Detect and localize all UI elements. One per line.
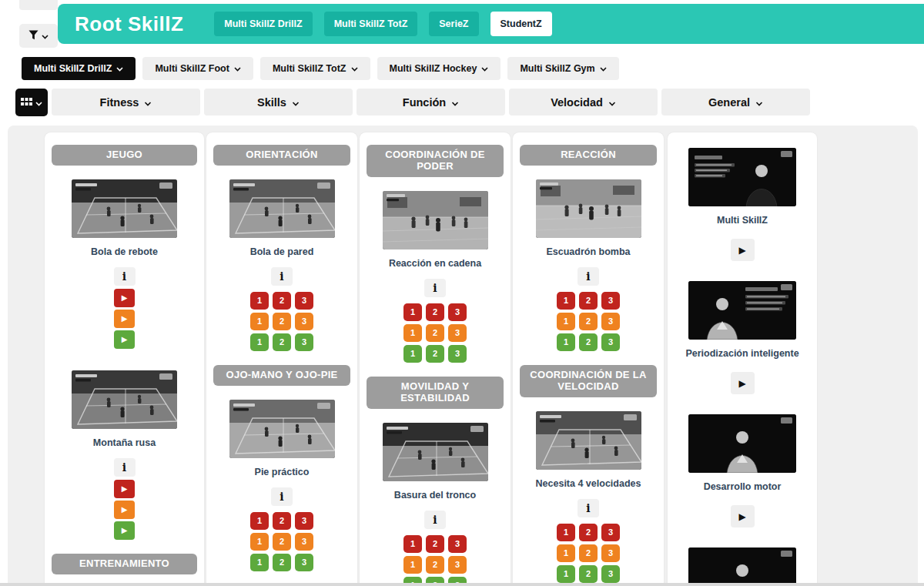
level-button-3[interactable]: 3: [295, 512, 313, 530]
level-button-2[interactable]: 2: [426, 324, 444, 342]
level-button-2[interactable]: 2: [426, 577, 444, 583]
level-button-1[interactable]: 1: [557, 333, 575, 351]
level-button-3[interactable]: 3: [601, 544, 620, 562]
horizontal-scrollbar[interactable]: [0, 583, 924, 586]
level-button-3[interactable]: 3: [295, 333, 313, 351]
level-button-2[interactable]: 2: [579, 544, 598, 562]
level-button-1[interactable]: 1: [403, 303, 422, 321]
level-button-1[interactable]: 1: [403, 535, 422, 553]
level-button-2[interactable]: 2: [273, 533, 291, 551]
video-thumbnail[interactable]: [72, 370, 177, 429]
level-button-3[interactable]: 3: [448, 556, 467, 574]
level-button-1[interactable]: 1: [250, 333, 269, 351]
level-button-1[interactable]: 1: [403, 345, 422, 363]
level-button-2[interactable]: 2: [273, 292, 291, 310]
video-thumbnail[interactable]: [536, 411, 641, 470]
video-thumbnail[interactable]: [536, 179, 641, 238]
level-button-2[interactable]: 2: [273, 554, 291, 571]
sport-filter-multi-skillz-totz[interactable]: Multi SkillZ TotZ: [260, 57, 370, 80]
category-filter-funcion[interactable]: Función: [357, 89, 505, 116]
level-button-1[interactable]: 1: [250, 313, 269, 330]
play-button[interactable]: ▶: [731, 505, 755, 527]
level-button-1[interactable]: 1: [250, 533, 269, 551]
level-button-3[interactable]: 3: [448, 577, 467, 583]
level-button-3[interactable]: 3: [448, 303, 467, 321]
level-button-2[interactable]: 2: [426, 345, 444, 363]
level-button-1[interactable]: 1: [557, 313, 575, 330]
level-button-3[interactable]: 3: [448, 324, 467, 342]
level-button-2[interactable]: 2: [426, 556, 444, 574]
level-button-2[interactable]: 2: [579, 292, 598, 310]
level-button-2[interactable]: 2: [579, 333, 598, 351]
level-button-3[interactable]: 3: [295, 313, 313, 330]
play-button-level-1[interactable]: ▶: [114, 289, 135, 307]
video-thumbnail[interactable]: [383, 191, 488, 249]
level-button-3[interactable]: 3: [295, 533, 313, 551]
video-thumbnail[interactable]: [688, 414, 796, 473]
level-button-2[interactable]: 2: [273, 512, 291, 530]
level-button-1[interactable]: 1: [557, 544, 575, 562]
level-button-1[interactable]: 1: [557, 292, 575, 310]
play-button-level-3[interactable]: ▶: [114, 330, 135, 349]
grid-view-button[interactable]: [15, 89, 48, 116]
category-filter-velocidad[interactable]: Velocidad: [509, 89, 658, 116]
info-button[interactable]: i: [114, 458, 136, 477]
category-filter-skills[interactable]: Skills: [204, 89, 353, 116]
play-button-level-1[interactable]: ▶: [114, 480, 135, 498]
level-button-2[interactable]: 2: [426, 535, 444, 553]
level-button-3[interactable]: 3: [601, 313, 620, 330]
info-button[interactable]: i: [578, 267, 599, 286]
level-button-3[interactable]: 3: [601, 524, 620, 541]
header-tab-multi-skillz-totz[interactable]: Multi SkillZ TotZ: [324, 12, 418, 36]
sport-filter-multi-skillz-hockey[interactable]: Multi SkillZ Hockey: [377, 57, 501, 80]
info-button[interactable]: i: [424, 511, 446, 529]
play-button[interactable]: ▶: [731, 372, 755, 394]
video-thumbnail[interactable]: [383, 423, 488, 481]
level-button-1[interactable]: 1: [403, 556, 422, 574]
filter-button[interactable]: [19, 24, 58, 48]
header-tab-studentz[interactable]: StudentZ: [490, 12, 552, 36]
level-button-1[interactable]: 1: [557, 524, 575, 541]
video-thumbnail[interactable]: [688, 281, 796, 340]
level-button-1[interactable]: 1: [403, 577, 422, 583]
sport-filter-multi-skillz-foot[interactable]: Multi SkillZ Foot: [142, 57, 253, 80]
category-filter-general[interactable]: General: [661, 89, 810, 116]
info-button[interactable]: i: [271, 267, 293, 286]
video-thumbnail[interactable]: [688, 547, 796, 583]
video-thumbnail[interactable]: [688, 148, 796, 206]
level-button-1[interactable]: 1: [250, 554, 269, 571]
sport-filter-multi-skillz-drillz[interactable]: Multi SkillZ DrillZ: [22, 57, 136, 80]
play-button-level-3[interactable]: ▶: [114, 521, 135, 540]
level-button-1[interactable]: 1: [403, 324, 422, 342]
level-button-3[interactable]: 3: [601, 292, 620, 310]
level-button-3[interactable]: 3: [295, 292, 313, 310]
header-tab-multi-skillz-drillz[interactable]: Multi SkillZ DrillZ: [214, 12, 312, 36]
level-button-2[interactable]: 2: [579, 565, 598, 583]
level-button-2[interactable]: 2: [579, 524, 598, 541]
level-button-2[interactable]: 2: [273, 313, 291, 330]
level-button-3[interactable]: 3: [601, 565, 620, 583]
info-button[interactable]: i: [271, 487, 293, 506]
level-button-2[interactable]: 2: [579, 313, 598, 330]
category-filter-fitness[interactable]: Fitness: [52, 89, 200, 116]
video-thumbnail[interactable]: [229, 179, 335, 238]
video-thumbnail[interactable]: [229, 400, 335, 458]
info-button[interactable]: i: [114, 267, 136, 286]
level-button-3[interactable]: 3: [448, 345, 467, 363]
level-button-1[interactable]: 1: [250, 512, 269, 530]
level-button-1[interactable]: 1: [250, 292, 269, 310]
level-button-1[interactable]: 1: [557, 565, 575, 583]
info-button[interactable]: i: [424, 279, 446, 297]
level-button-3[interactable]: 3: [448, 535, 467, 553]
level-button-2[interactable]: 2: [273, 333, 291, 351]
header-tab-seriez[interactable]: SerieZ: [429, 12, 478, 36]
level-button-3[interactable]: 3: [295, 554, 313, 571]
play-button-level-2[interactable]: ▶: [114, 310, 135, 328]
video-thumbnail[interactable]: [72, 179, 177, 238]
play-button[interactable]: ▶: [731, 239, 755, 261]
info-button[interactable]: i: [578, 499, 599, 517]
play-button-level-2[interactable]: ▶: [114, 501, 135, 519]
level-button-2[interactable]: 2: [426, 303, 444, 321]
level-button-3[interactable]: 3: [601, 333, 620, 351]
sport-filter-multi-skillz-gym[interactable]: Multi SkillZ Gym: [507, 57, 618, 80]
